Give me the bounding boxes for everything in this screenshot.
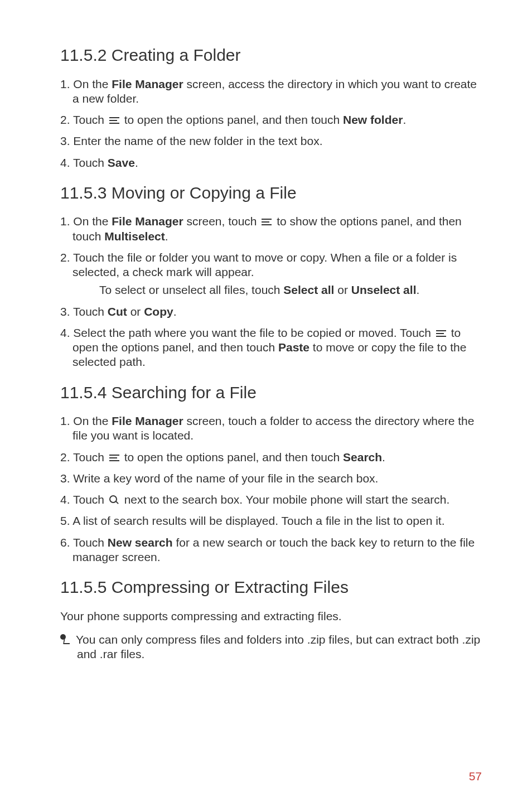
page-number: 57 [469,769,482,784]
menu-icon [109,116,119,125]
sub-note: To select or unselect all files, touch S… [99,283,482,297]
step: Touch to open the options panel, and the… [60,450,482,465]
menu-icon [109,453,119,462]
step: Enter the name of the new folder in the … [60,134,482,148]
step: Touch Save. [60,156,482,170]
heading-compressing: 11.5.5 Compressing or Extracting Files [60,577,482,598]
note-icon [60,634,71,645]
step: On the File Manager screen, access the d… [60,77,482,107]
step: Touch next to the search box. Your mobil… [60,492,482,507]
heading-searching: 11.5.4 Searching for a File [60,382,482,403]
step: Touch New search for a new search or tou… [60,535,482,565]
steps-searching: On the File Manager screen, touch a fold… [60,414,482,564]
step: Write a key word of the name of your fil… [60,471,482,486]
step: A list of search results will be display… [60,514,482,528]
step: Touch the file or folder you want to mov… [60,250,482,298]
step: Select the path where you want the file … [60,326,482,370]
heading-moving-copying: 11.5.3 Moving or Copying a File [60,182,482,204]
step: Touch Cut or Copy. [60,305,482,319]
step: On the File Manager screen, touch a fold… [60,414,482,443]
heading-creating-folder: 11.5.2 Creating a Folder [60,45,482,66]
steps-creating-folder: On the File Manager screen, access the d… [60,77,482,170]
search-icon [109,495,119,505]
menu-icon [262,218,272,226]
steps-moving-copying: On the File Manager screen, touch to sho… [60,214,482,369]
intro-text: Your phone supports compressing and extr… [60,609,482,624]
step: Touch to open the options panel, and the… [60,113,482,127]
step: On the File Manager screen, touch to sho… [60,214,482,244]
menu-icon [436,329,446,338]
note-callout: You can only compress files and folders … [60,632,482,662]
